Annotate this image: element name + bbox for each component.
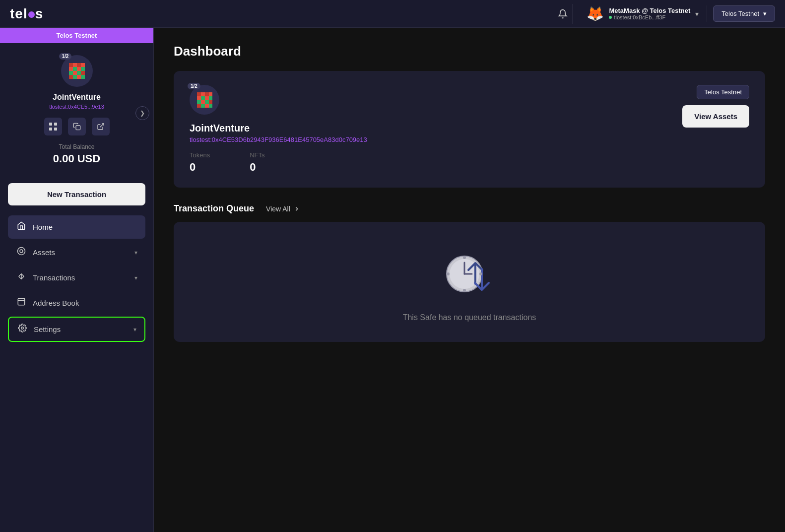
svg-rect-36 [201, 96, 205, 100]
svg-rect-9 [69, 71, 73, 75]
svg-rect-34 [209, 92, 212, 96]
svg-rect-13 [69, 75, 73, 79]
metamask-info: MetaMask @ Telos Testnet tlostest:0xBcEb… [609, 7, 690, 20]
svg-rect-6 [73, 67, 77, 71]
sidebar-actions [44, 118, 110, 135]
svg-rect-3 [77, 63, 81, 67]
external-link-icon-button[interactable] [92, 118, 110, 135]
queue-title: Transaction Queue [174, 203, 254, 214]
wallet-card-right: Telos Testnet View Assets [682, 85, 749, 128]
wallet-card: 1/2 JointVenture tlostest:0x4CE53D6b2943… [174, 71, 765, 188]
sidebar-item-address-book[interactable]: Address Book [8, 291, 145, 315]
svg-rect-35 [197, 96, 201, 100]
settings-chevron-icon: ▾ [133, 326, 136, 333]
logo-area: tels [0, 6, 154, 22]
metamask-title: MetaMask @ Telos Testnet [609, 7, 690, 14]
logo-text: tels [10, 6, 43, 22]
svg-rect-40 [201, 100, 205, 104]
view-assets-button[interactable]: View Assets [682, 105, 749, 128]
tokens-stat: Tokens 0 [190, 151, 210, 174]
assets-icon [16, 247, 27, 258]
transactions-chevron-icon: ▾ [134, 274, 137, 281]
svg-point-53 [463, 256, 466, 259]
svg-rect-32 [201, 92, 205, 96]
metamask-chevron-icon[interactable]: ▾ [695, 10, 699, 18]
svg-rect-45 [205, 104, 209, 108]
wallet-full-address: tlostest:0x4CE53D6b2943F936E6481E45705eA… [190, 136, 367, 143]
sidebar-item-home[interactable]: Home [8, 215, 145, 239]
card-avatar-badge: 1/2 [188, 83, 200, 89]
svg-rect-11 [77, 71, 81, 75]
svg-rect-46 [209, 104, 212, 108]
main-content: Dashboard [154, 28, 785, 532]
wallet-avatar-row: 1/2 [190, 85, 367, 115]
svg-rect-2 [73, 63, 77, 67]
bell-button[interactable] [553, 4, 573, 24]
svg-rect-20 [49, 128, 52, 131]
copy-icon-button[interactable] [68, 118, 86, 135]
page-title: Dashboard [174, 44, 765, 59]
svg-rect-22 [76, 126, 80, 130]
nfts-label: NFTs [250, 151, 264, 159]
svg-rect-39 [197, 100, 201, 104]
new-transaction-button[interactable]: New Transaction [8, 183, 145, 205]
svg-line-23 [100, 124, 103, 127]
avatar [61, 55, 93, 87]
sidebar-item-assets[interactable]: Assets ▾ [8, 241, 145, 264]
empty-queue-text: This Safe has no queued transactions [403, 313, 536, 322]
balance-value: 0.00 USD [53, 152, 100, 165]
svg-rect-37 [205, 96, 209, 100]
svg-rect-19 [54, 123, 57, 126]
svg-rect-16 [81, 75, 85, 79]
svg-rect-10 [73, 71, 77, 75]
nfts-stat: NFTs 0 [250, 151, 264, 174]
svg-point-25 [20, 250, 23, 253]
view-all-button[interactable]: View All [266, 205, 300, 213]
sidebar-item-label: Settings [34, 325, 128, 333]
avatar-wrap: 1/2 [61, 55, 93, 87]
svg-point-55 [479, 272, 482, 275]
sidebar-item-label: Transactions [33, 273, 129, 282]
sidebar-item-label: Assets [33, 248, 129, 257]
sidebar-expand-button[interactable]: ❯ [135, 106, 149, 120]
main-layout: Telos Testnet [0, 28, 785, 532]
network-button[interactable]: Telos Testnet ▾ [713, 5, 775, 22]
svg-rect-12 [81, 71, 85, 75]
metamask-icon: 🦊 [587, 5, 604, 22]
grid-icon-button[interactable] [44, 118, 62, 135]
svg-rect-15 [77, 75, 81, 79]
metamask-address: tlostest:0xBcEb...ff3F [609, 14, 690, 20]
sidebar-profile: 1/2 ❯ JointVenture tlostest:0x4CE5...9e1… [0, 43, 153, 183]
nav-right: 🦊 MetaMask @ Telos Testnet tlostest:0xBc… [154, 4, 785, 24]
queue-card: This Safe has no queued transactions [174, 222, 765, 342]
svg-rect-8 [81, 67, 85, 71]
sidebar-header: Telos Testnet [0, 28, 153, 43]
settings-icon [17, 324, 28, 335]
wallet-name: JointVenture [190, 123, 367, 134]
sidebar-item-label: Address Book [33, 299, 137, 307]
queue-header: Transaction Queue View All [174, 203, 765, 214]
svg-rect-43 [197, 104, 201, 108]
svg-rect-41 [205, 100, 209, 104]
card-avatar-wrap: 1/2 [190, 85, 219, 115]
profile-address: tlostest:0x4CE5...9e13 [49, 104, 104, 110]
svg-rect-44 [201, 104, 205, 108]
svg-rect-18 [49, 123, 52, 126]
address-book-icon [16, 297, 27, 309]
network-badge: Telos Testnet [697, 85, 749, 99]
wallet-stats: Tokens 0 NFTs 0 [190, 151, 367, 174]
empty-queue-icon [440, 242, 499, 301]
balance-label: Total Balance [53, 143, 100, 150]
svg-point-29 [21, 327, 24, 330]
metamask-section[interactable]: 🦊 MetaMask @ Telos Testnet tlostest:0xBc… [579, 5, 707, 22]
sidebar-item-settings[interactable]: Settings ▾ [8, 317, 145, 342]
tokens-value: 0 [190, 161, 210, 174]
svg-rect-4 [81, 63, 85, 67]
sidebar-item-transactions[interactable]: Transactions ▾ [8, 266, 145, 289]
svg-point-56 [447, 272, 450, 275]
svg-point-54 [463, 289, 466, 292]
avatar-badge: 1/2 [59, 53, 72, 60]
svg-point-24 [18, 248, 25, 255]
sidebar: Telos Testnet [0, 28, 154, 532]
balance-section: Total Balance 0.00 USD [53, 143, 100, 165]
